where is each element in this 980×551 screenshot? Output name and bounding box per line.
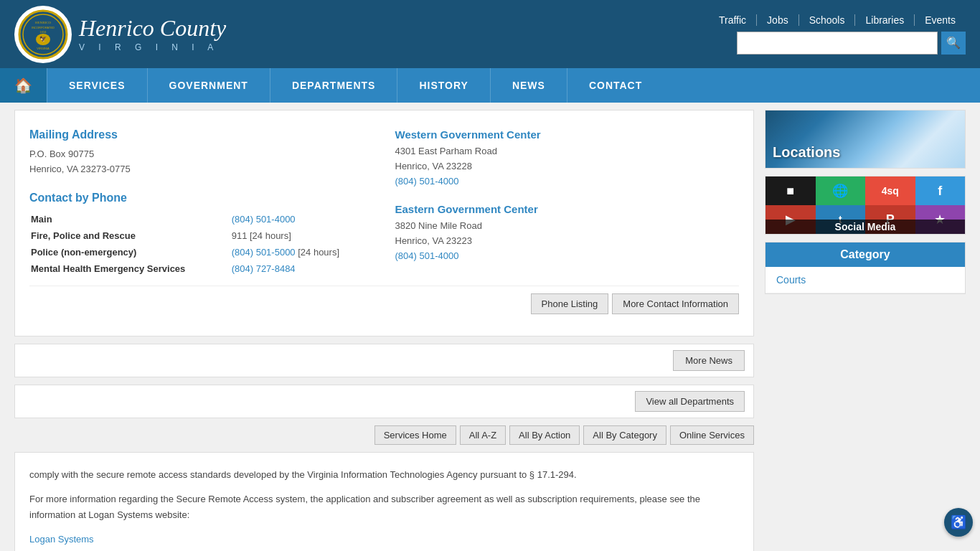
nav-history[interactable]: HISTORY xyxy=(397,68,489,103)
nav-services[interactable]: SERVICES xyxy=(47,68,147,103)
libraries-link[interactable]: Libraries xyxy=(855,14,915,26)
logo-area: HENRICO INCORPORATED 1634 🦅 VIRGINIA Hen… xyxy=(14,6,226,63)
nav-departments[interactable]: DEPARTMENTS xyxy=(270,68,397,103)
dept-bar: View all Departments xyxy=(14,385,754,418)
view-all-depts-button[interactable]: View all Departments xyxy=(635,391,745,412)
events-link[interactable]: Events xyxy=(915,14,966,26)
more-news-button[interactable]: More News xyxy=(673,350,745,371)
category-courts[interactable]: Courts xyxy=(765,267,965,293)
main-phone[interactable]: (804) 501-4000 xyxy=(232,214,296,225)
phone-row-mental: Mental Health Emergency Services (804) 7… xyxy=(31,261,372,276)
contact-panel: Mailing Address P.O. Box 90775 Henrico, … xyxy=(14,110,754,336)
main-content: comply with the secure remote access sta… xyxy=(14,452,754,551)
top-links: Traffic Jobs Schools Libraries Events xyxy=(709,14,966,26)
search-button[interactable]: 🔍 xyxy=(941,32,966,55)
facebook-icon[interactable]: f xyxy=(915,176,966,205)
schools-link[interactable]: Schools xyxy=(799,14,856,26)
accessibility-button[interactable]: ♿ xyxy=(944,508,973,537)
mailing-address: P.O. Box 90775 Henrico, VA 23273-0775 xyxy=(29,147,374,177)
svg-text:1634: 1634 xyxy=(40,30,47,34)
services-buttons-row: Services Home All A-Z All By Action All … xyxy=(14,425,754,445)
nav-news[interactable]: NEWS xyxy=(490,68,567,103)
nav-government[interactable]: GOVERNMENT xyxy=(147,68,270,103)
locations-card[interactable]: 📍 Locations xyxy=(765,110,966,169)
all-by-category-button[interactable]: All By Category xyxy=(583,425,666,445)
search-area: 🔍 xyxy=(737,32,966,55)
contact-buttons: Phone Listing More Contact Information xyxy=(29,286,739,318)
police-phone[interactable]: (804) 501-5000 xyxy=(232,247,296,258)
services-home-button[interactable]: Services Home xyxy=(374,425,456,445)
category-section: Category Courts xyxy=(765,242,966,294)
svg-text:HENRICO: HENRICO xyxy=(35,21,52,24)
nav-contact[interactable]: CONTACT xyxy=(567,68,664,103)
phone-table: Main (804) 501-4000 Fire, Police and Res… xyxy=(29,210,374,278)
top-right-area: Traffic Jobs Schools Libraries Events 🔍 xyxy=(709,14,966,55)
all-by-action-button[interactable]: All By Action xyxy=(509,425,580,445)
social-media-card: ■ 🌐 4sq f ▶ t P ★ Social Media xyxy=(765,176,966,235)
online-services-button[interactable]: Online Services xyxy=(670,425,754,445)
content-paragraph-1: comply with the secure remote access sta… xyxy=(29,467,739,483)
svg-text:🦅: 🦅 xyxy=(39,35,47,42)
more-contact-button[interactable]: More Contact Information xyxy=(612,293,739,314)
mental-phone[interactable]: (804) 727-8484 xyxy=(232,263,296,274)
contact-left: Mailing Address P.O. Box 90775 Henrico, … xyxy=(29,128,374,278)
phone-title: Contact by Phone xyxy=(29,192,374,204)
traffic-link[interactable]: Traffic xyxy=(709,14,757,26)
eastern-title: Eastern Government Center xyxy=(395,203,740,215)
locations-banner[interactable]: 📍 Locations xyxy=(765,110,965,168)
content-paragraph-2: For more information regarding the Secur… xyxy=(29,491,739,523)
foursquare-icon[interactable]: 4sq xyxy=(865,176,915,205)
phone-listing-button[interactable]: Phone Listing xyxy=(531,293,609,314)
phone-row-police: Police (non-emergency) (804) 501-5000 [2… xyxy=(31,245,372,260)
more-news-bar: More News xyxy=(14,344,754,377)
dark-cell-icon[interactable]: ■ xyxy=(765,176,816,205)
western-title: Western Government Center xyxy=(395,128,740,141)
social-media-label: Social Media xyxy=(765,220,965,234)
all-az-button[interactable]: All A-Z xyxy=(460,425,506,445)
search-input[interactable] xyxy=(737,32,938,55)
mailing-title: Mailing Address xyxy=(29,128,374,141)
contact-right: Western Government Center 4301 East Parh… xyxy=(395,128,740,278)
category-header: Category xyxy=(765,242,965,267)
svg-text:VIRGINIA: VIRGINIA xyxy=(37,47,50,50)
navigation-bar: 🏠 SERVICES GOVERNMENT DEPARTMENTS HISTOR… xyxy=(0,68,980,103)
logan-systems-link[interactable]: Logan Systems xyxy=(29,534,94,545)
jobs-link[interactable]: Jobs xyxy=(757,14,799,26)
western-phone[interactable]: (804) 501-4000 xyxy=(395,176,459,187)
home-nav[interactable]: 🏠 xyxy=(0,68,47,103)
globe-icon[interactable]: 🌐 xyxy=(816,176,866,205)
social-grid: ■ 🌐 4sq f ▶ t P ★ Social Media xyxy=(765,176,965,234)
locations-label: Locations xyxy=(765,137,847,168)
phone-row-main: Main (804) 501-4000 xyxy=(31,212,372,227)
phone-row-fire: Fire, Police and Rescue 911 [24 hours] xyxy=(31,228,372,243)
right-sidebar: 📍 Locations ■ 🌐 4sq f ▶ t P ★ Social Med… xyxy=(765,110,966,294)
logo-seal: HENRICO INCORPORATED 1634 🦅 VIRGINIA xyxy=(14,6,72,63)
eastern-phone[interactable]: (804) 501-4000 xyxy=(395,250,459,261)
western-center: Western Government Center 4301 East Parh… xyxy=(395,128,740,189)
left-content: Mailing Address P.O. Box 90775 Henrico, … xyxy=(14,110,754,551)
svg-text:INCORPORATED: INCORPORATED xyxy=(32,26,55,29)
site-title: Henrico County V I R G I N I A xyxy=(79,16,226,52)
eastern-center: Eastern Government Center 3820 Nine Mile… xyxy=(395,203,740,263)
